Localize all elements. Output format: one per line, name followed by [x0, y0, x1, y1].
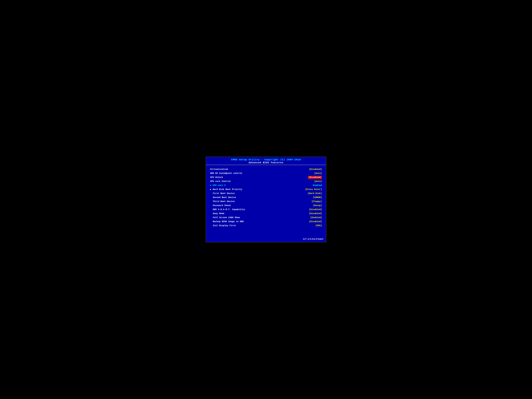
row-label-cpu-unlock: CPU Unlock — [210, 176, 223, 179]
row-label-second-boot: Second Boot Device — [210, 196, 236, 199]
bios-screen: CMOS Setup Utility - Copyright (C) 1984-… — [206, 157, 326, 242]
bios-row-first-boot[interactable]: First Boot Device[Hard Disk] — [210, 192, 322, 195]
bios-row-virtualization[interactable]: Virtualization[Disabled] — [210, 168, 322, 171]
row-value-hdd-smart[interactable]: [Disabled] — [309, 208, 322, 211]
bios-row-hdd-smart[interactable]: HDD S.M.A.R.T. Capability[Disabled] — [210, 208, 322, 211]
bios-title: CMOS Setup Utility - Copyright (C) 1984-… — [206, 158, 326, 161]
bios-row-third-boot[interactable]: Third Boot Device[Floppy] — [210, 200, 322, 203]
row-label-hdd-smart: HDD S.M.A.R.T. Capability — [210, 208, 245, 211]
bios-row-hard-disk-boot[interactable]: ▶ Hard Disk Boot Priority[Press Enter] — [210, 188, 322, 191]
bios-content: Virtualization[Disabled]AMD K8 Cool&Quie… — [206, 165, 326, 231]
row-label-cpu-core-2: x CPU core 2 — [210, 184, 226, 187]
bios-row-password-check[interactable]: Password Check[Setup] — [210, 204, 322, 207]
bios-row-full-screen-logo[interactable]: Full Screen LOGO Show[Enabled] — [210, 216, 322, 219]
row-label-away-mode: Away Mode — [210, 212, 224, 215]
row-label-cpu-core-control: CPU core Control — [210, 180, 231, 183]
row-label-virtualization: Virtualization — [210, 168, 228, 171]
bios-row-backup-bios[interactable]: Backup BIOS Image to HDD[Disabled] — [210, 220, 322, 223]
row-value-full-screen-logo[interactable]: [Enabled] — [310, 216, 322, 219]
row-value-away-mode[interactable]: [Disabled] — [309, 212, 322, 215]
row-value-third-boot[interactable]: [Floppy] — [312, 200, 322, 203]
row-label-password-check: Password Check — [210, 204, 231, 207]
row-label-third-boot: Third Boot Device — [210, 200, 235, 203]
row-value-init-display[interactable]: [PEG] — [316, 224, 322, 227]
bios-row-second-boot[interactable]: Second Boot Device[CDROM] — [210, 196, 322, 199]
row-value-backup-bios[interactable]: [Disabled] — [309, 220, 322, 223]
bios-row-cpu-core-control[interactable]: CPU core Control[Auto] — [210, 180, 322, 183]
bios-row-away-mode[interactable]: Away Mode[Disabled] — [210, 212, 322, 215]
bios-subtitle: Advanced BIOS Features — [206, 161, 326, 164]
row-value-cpu-unlock[interactable]: [Disabled] — [308, 176, 322, 179]
bios-row-amd-k8[interactable]: AMD K8 Cool&Quiet control[Auto] — [210, 172, 322, 175]
bios-row-cpu-core-2[interactable]: x CPU core 2Enabled — [210, 184, 322, 187]
watermark: 知乎 @失传技术电磁所 — [303, 238, 323, 241]
row-value-virtualization[interactable]: [Disabled] — [309, 168, 322, 171]
row-label-full-screen-logo: Full Screen LOGO Show — [210, 216, 240, 219]
bios-row-cpu-unlock[interactable]: CPU Unlock[Disabled] — [210, 176, 322, 179]
row-label-hard-disk-boot: ▶ Hard Disk Boot Priority — [210, 188, 242, 191]
row-value-cpu-core-control[interactable]: [Auto] — [314, 180, 322, 183]
bios-header: CMOS Setup Utility - Copyright (C) 1984-… — [206, 157, 326, 165]
row-label-first-boot: First Boot Device — [210, 192, 235, 195]
row-value-first-boot[interactable]: [Hard Disk] — [308, 192, 322, 195]
row-label-init-display: Init Display First — [210, 224, 236, 227]
bios-row-init-display[interactable]: Init Display First[PEG] — [210, 224, 322, 227]
row-value-password-check[interactable]: [Setup] — [313, 204, 322, 207]
row-value-amd-k8[interactable]: [Auto] — [314, 172, 322, 175]
row-value-hard-disk-boot[interactable]: [Press Enter] — [305, 188, 322, 191]
row-value-second-boot[interactable]: [CDROM] — [313, 196, 322, 199]
row-value-cpu-core-2[interactable]: Enabled — [313, 184, 322, 187]
row-label-amd-k8: AMD K8 Cool&Quiet control — [210, 172, 242, 175]
row-label-backup-bios: Backup BIOS Image to HDD — [210, 220, 244, 223]
